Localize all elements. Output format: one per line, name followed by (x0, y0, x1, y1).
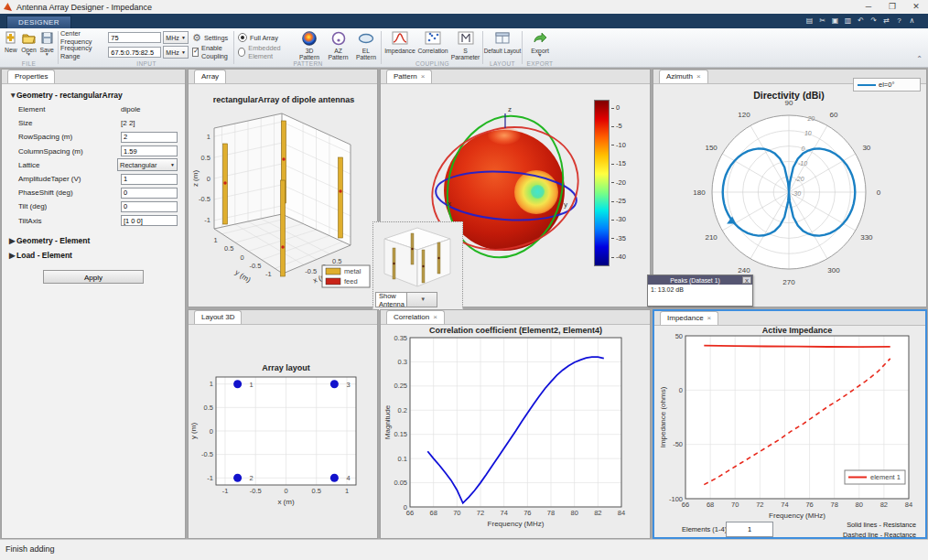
default-layout-button[interactable]: Default Layout (483, 28, 522, 54)
svg-text:70: 70 (453, 509, 460, 517)
close-icon[interactable]: × (421, 70, 426, 83)
save-button[interactable]: Save ▼ (39, 28, 55, 56)
pattern-3d-button[interactable]: 3D Pattern (295, 28, 324, 60)
svg-text:0: 0 (404, 503, 407, 512)
close-icon[interactable]: × (696, 70, 701, 83)
colorbar-tick: -35 (611, 234, 626, 242)
restore-button[interactable]: ❐ (880, 0, 904, 14)
new-button[interactable]: New (3, 28, 18, 56)
property-control[interactable] (121, 215, 178, 226)
export-dropdown-caret[interactable]: ▼ (523, 54, 557, 57)
elements-input[interactable] (726, 522, 773, 537)
export-button[interactable]: Export ▼ (523, 28, 557, 57)
azimuth-polar-icon (330, 30, 347, 47)
tab-array[interactable]: Array (194, 70, 226, 83)
frequency-range-unit-select[interactable]: MHz▼ (163, 46, 189, 59)
enable-coupling-checkbox[interactable]: Enable Coupling (192, 46, 232, 59)
property-control[interactable]: Rectangular▼ (117, 158, 178, 171)
svg-text:330: 330 (860, 233, 873, 242)
minimize-ribbon-icon[interactable]: ∧ (907, 15, 917, 27)
elevation-ellipse-icon (358, 30, 374, 47)
full-array-radio[interactable]: Full Array (238, 31, 295, 44)
impedance-controls: Elements (1-4) Solid lines - Resistance … (654, 520, 925, 538)
section-load-element[interactable]: ▶Load - Element (2, 248, 185, 263)
svg-text:rectangularArray of dipole ant: rectangularArray of dipole antennas (213, 95, 355, 104)
property-control[interactable] (121, 174, 178, 185)
z-axis-label: z (508, 105, 512, 113)
tab-pattern[interactable]: Pattern× (386, 70, 432, 83)
embedded-element-radio[interactable]: Embedded Element (238, 46, 295, 59)
undo-icon[interactable]: ↶ (856, 15, 866, 27)
el-pattern-button[interactable]: EL Pattern (352, 28, 380, 60)
show-antenna-select[interactable]: Show Antenna ▼ (375, 292, 437, 307)
svg-text:Magnitude: Magnitude (383, 404, 392, 439)
close-icon[interactable]: × (433, 311, 437, 324)
property-control[interactable] (121, 188, 178, 199)
svg-text:metal: metal (344, 267, 361, 275)
property-row: Size[2 2] (2, 116, 185, 130)
property-control: dipole (121, 105, 178, 113)
switch-windows-icon[interactable]: ⇄ (881, 15, 891, 27)
save-icon[interactable]: ▤ (804, 15, 815, 27)
svg-text:-0.5: -0.5 (201, 450, 213, 458)
collapse-toolbar-icon[interactable]: ⌃ (916, 55, 923, 63)
property-label: Lattice (18, 161, 117, 169)
property-control[interactable] (121, 201, 178, 212)
center-frequency-unit-select[interactable]: MHz▼ (163, 31, 189, 44)
property-row: LatticeRectangular▼ (2, 158, 185, 172)
svg-text:20: 20 (806, 115, 815, 122)
impedance-plot-icon (392, 30, 408, 47)
svg-text:68: 68 (429, 509, 437, 517)
svg-text:2: 2 (250, 474, 254, 482)
az-pattern-button[interactable]: AZ Pattern (324, 28, 352, 60)
close-icon[interactable]: X (742, 276, 751, 284)
copy-icon[interactable]: ▣ (830, 15, 840, 27)
tab-correlation[interactable]: Correlation× (386, 310, 445, 324)
property-row: PhaseShift (deg) (2, 186, 185, 199)
svg-text:270: 270 (782, 278, 795, 286)
help-icon[interactable]: ? (894, 15, 904, 27)
open-button[interactable]: Open ▼ (21, 28, 37, 56)
apply-button[interactable]: Apply (43, 270, 144, 284)
frequency-range-input[interactable] (108, 47, 161, 58)
property-control[interactable] (121, 145, 178, 156)
property-control[interactable] (121, 132, 178, 143)
property-row: AmplitudeTaper (V) (2, 172, 185, 186)
section-geometry-array[interactable]: ▼Geometry - rectangularArray (2, 88, 185, 102)
settings-button[interactable]: ⚙ Settings (192, 31, 232, 44)
expanded-triangle-icon: ▼ (9, 91, 16, 100)
cut-icon[interactable]: ✂ (817, 15, 827, 27)
close-button[interactable]: ✕ (904, 0, 928, 14)
svg-text:0: 0 (207, 175, 210, 183)
correlation-button[interactable]: Correlation (416, 28, 449, 60)
s-parameter-button[interactable]: S Parameter (449, 28, 481, 60)
radio-icon (238, 33, 247, 42)
minimize-button[interactable]: ─ (857, 0, 880, 14)
tab-azimuth[interactable]: Azimuth× (659, 70, 708, 83)
section-geometry-element[interactable]: ▶Geometry - Element (2, 233, 185, 248)
close-icon[interactable]: × (707, 312, 712, 325)
correlation-plot[interactable]: 6668707274767880828400.050.10.150.20.250… (381, 325, 650, 539)
x-axis-label: x (448, 199, 451, 208)
svg-text:0: 0 (210, 427, 213, 436)
array-layout-plot[interactable]: -1-0.500.51-1-0.500.51Array layoutx (m)y… (189, 325, 377, 539)
array-3d-plot[interactable]: 10.50-0.5-110.50-0.5-1-0.500.5z (m)y (m)… (189, 84, 377, 307)
svg-text:0.35: 0.35 (394, 334, 407, 342)
tab-layout-3d[interactable]: Layout 3D (194, 310, 242, 324)
save-dropdown-caret[interactable]: ▼ (39, 53, 55, 56)
redo-icon[interactable]: ↷ (869, 15, 879, 27)
tab-impedance[interactable]: Impedance× (660, 311, 718, 325)
center-frequency-input[interactable] (108, 32, 161, 43)
svg-text:0.15: 0.15 (394, 430, 407, 438)
property-control: [2 2] (121, 119, 178, 127)
tab-properties[interactable]: Properties (7, 70, 55, 83)
impedance-button[interactable]: Impedance (383, 28, 416, 60)
impedance-plot[interactable]: 66687072747678808284-100-50050Active Imp… (654, 326, 925, 521)
tab-designer[interactable]: DESIGNER (6, 16, 71, 29)
open-dropdown-caret[interactable]: ▼ (21, 53, 37, 56)
svg-text:-50: -50 (673, 440, 683, 448)
toolbar-group-pattern: Full Array Embedded Element 3D Pattern A… (236, 28, 380, 67)
paste-icon[interactable]: ▥ (843, 15, 853, 27)
property-row: Tilt (deg) (2, 199, 185, 213)
pattern-3d-plot[interactable]: z y x 0-5-10-15-20-25-30-35-40 Show Ante… (381, 84, 652, 309)
